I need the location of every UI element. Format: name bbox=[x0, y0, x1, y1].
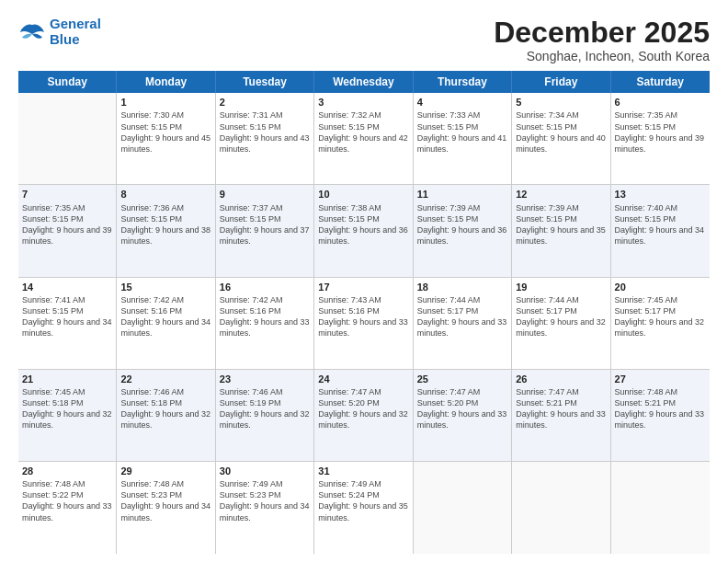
calendar: Sunday Monday Tuesday Wednesday Thursday… bbox=[18, 71, 710, 554]
day-cell-20: 20Sunrise: 7:45 AM Sunset: 5:17 PM Dayli… bbox=[611, 278, 710, 369]
day-info: Sunrise: 7:35 AM Sunset: 5:15 PM Dayligh… bbox=[615, 109, 706, 155]
day-cell-15: 15Sunrise: 7:42 AM Sunset: 5:16 PM Dayli… bbox=[117, 278, 215, 369]
day-number: 18 bbox=[417, 281, 507, 293]
day-info: Sunrise: 7:39 AM Sunset: 5:15 PM Dayligh… bbox=[417, 202, 507, 247]
day-info: Sunrise: 7:47 AM Sunset: 5:20 PM Dayligh… bbox=[417, 386, 507, 431]
day-cell-30: 30Sunrise: 7:49 AM Sunset: 5:23 PM Dayli… bbox=[216, 462, 314, 554]
day-cell-2: 2Sunrise: 7:31 AM Sunset: 5:15 PM Daylig… bbox=[216, 93, 314, 184]
day-cell-21: 21Sunrise: 7:45 AM Sunset: 5:18 PM Dayli… bbox=[18, 370, 117, 461]
day-cell-14: 14Sunrise: 7:41 AM Sunset: 5:15 PM Dayli… bbox=[18, 278, 117, 369]
day-number: 7 bbox=[22, 188, 112, 201]
day-number: 23 bbox=[220, 373, 310, 385]
day-cell-31: 31Sunrise: 7:49 AM Sunset: 5:24 PM Dayli… bbox=[314, 462, 413, 554]
day-cell-12: 12Sunrise: 7:39 AM Sunset: 5:15 PM Dayli… bbox=[512, 185, 610, 276]
page: General Blue December 2025 Songhae, Inch… bbox=[0, 0, 728, 563]
day-number: 22 bbox=[120, 373, 210, 385]
day-cell-32 bbox=[414, 462, 512, 554]
day-cell-16: 16Sunrise: 7:42 AM Sunset: 5:16 PM Dayli… bbox=[216, 278, 314, 369]
day-info: Sunrise: 7:30 AM Sunset: 5:15 PM Dayligh… bbox=[120, 109, 210, 155]
day-cell-27: 27Sunrise: 7:48 AM Sunset: 5:21 PM Dayli… bbox=[611, 370, 710, 461]
day-number: 13 bbox=[615, 188, 706, 201]
day-number: 19 bbox=[516, 281, 606, 293]
day-cell-18: 18Sunrise: 7:44 AM Sunset: 5:17 PM Dayli… bbox=[414, 278, 512, 369]
week-row-5: 28Sunrise: 7:48 AM Sunset: 5:22 PM Dayli… bbox=[18, 462, 710, 554]
day-number: 2 bbox=[220, 96, 310, 109]
day-number: 3 bbox=[318, 96, 408, 109]
day-number: 10 bbox=[318, 188, 408, 201]
day-info: Sunrise: 7:49 AM Sunset: 5:24 PM Dayligh… bbox=[318, 478, 408, 523]
header-wednesday: Wednesday bbox=[314, 71, 413, 93]
day-cell-7: 7Sunrise: 7:35 AM Sunset: 5:15 PM Daylig… bbox=[18, 185, 117, 276]
day-cell-19: 19Sunrise: 7:44 AM Sunset: 5:17 PM Dayli… bbox=[512, 278, 610, 369]
day-info: Sunrise: 7:47 AM Sunset: 5:21 PM Dayligh… bbox=[516, 386, 606, 431]
day-number: 14 bbox=[22, 281, 112, 293]
calendar-body: 1Sunrise: 7:30 AM Sunset: 5:15 PM Daylig… bbox=[18, 93, 710, 554]
day-number: 16 bbox=[220, 281, 310, 293]
header-friday: Friday bbox=[512, 71, 610, 93]
day-cell-13: 13Sunrise: 7:40 AM Sunset: 5:15 PM Dayli… bbox=[611, 185, 710, 276]
logo: General Blue bbox=[18, 17, 101, 47]
day-cell-3: 3Sunrise: 7:32 AM Sunset: 5:15 PM Daylig… bbox=[314, 93, 413, 184]
logo-text: General Blue bbox=[50, 17, 101, 47]
day-number: 6 bbox=[615, 96, 706, 109]
day-cell-8: 8Sunrise: 7:36 AM Sunset: 5:15 PM Daylig… bbox=[117, 185, 215, 276]
header: General Blue December 2025 Songhae, Inch… bbox=[18, 17, 710, 63]
day-number: 1 bbox=[120, 96, 210, 109]
day-number: 27 bbox=[615, 373, 706, 385]
day-number: 11 bbox=[417, 188, 507, 201]
day-number: 30 bbox=[220, 465, 310, 477]
week-row-2: 7Sunrise: 7:35 AM Sunset: 5:15 PM Daylig… bbox=[18, 185, 710, 277]
day-cell-4: 4Sunrise: 7:33 AM Sunset: 5:15 PM Daylig… bbox=[414, 93, 512, 184]
day-cell-25: 25Sunrise: 7:47 AM Sunset: 5:20 PM Dayli… bbox=[414, 370, 512, 461]
day-info: Sunrise: 7:37 AM Sunset: 5:15 PM Dayligh… bbox=[220, 202, 310, 247]
day-info: Sunrise: 7:40 AM Sunset: 5:15 PM Dayligh… bbox=[615, 202, 706, 247]
day-number: 8 bbox=[120, 188, 210, 201]
day-info: Sunrise: 7:34 AM Sunset: 5:15 PM Dayligh… bbox=[516, 109, 606, 155]
day-cell-34 bbox=[611, 462, 710, 554]
day-info: Sunrise: 7:46 AM Sunset: 5:19 PM Dayligh… bbox=[220, 386, 310, 431]
day-number: 24 bbox=[318, 373, 408, 385]
day-number: 4 bbox=[417, 96, 507, 109]
day-number: 12 bbox=[516, 188, 606, 201]
logo-line1: General bbox=[50, 16, 101, 31]
day-cell-23: 23Sunrise: 7:46 AM Sunset: 5:19 PM Dayli… bbox=[216, 370, 314, 461]
day-cell-28: 28Sunrise: 7:48 AM Sunset: 5:22 PM Dayli… bbox=[18, 462, 117, 554]
day-info: Sunrise: 7:36 AM Sunset: 5:15 PM Dayligh… bbox=[120, 202, 210, 247]
day-number: 26 bbox=[516, 373, 606, 385]
header-monday: Monday bbox=[117, 71, 215, 93]
month-title: December 2025 bbox=[494, 17, 710, 49]
header-tuesday: Tuesday bbox=[216, 71, 314, 93]
day-cell-29: 29Sunrise: 7:48 AM Sunset: 5:23 PM Dayli… bbox=[117, 462, 215, 554]
day-info: Sunrise: 7:48 AM Sunset: 5:23 PM Dayligh… bbox=[120, 478, 210, 523]
day-cell-0 bbox=[18, 93, 117, 184]
day-info: Sunrise: 7:44 AM Sunset: 5:17 PM Dayligh… bbox=[516, 294, 606, 339]
day-info: Sunrise: 7:45 AM Sunset: 5:18 PM Dayligh… bbox=[22, 386, 112, 431]
day-cell-33 bbox=[512, 462, 610, 554]
day-number: 15 bbox=[120, 281, 210, 293]
day-cell-24: 24Sunrise: 7:47 AM Sunset: 5:20 PM Dayli… bbox=[314, 370, 413, 461]
day-info: Sunrise: 7:42 AM Sunset: 5:16 PM Dayligh… bbox=[120, 294, 210, 339]
title-block: December 2025 Songhae, Incheon, South Ko… bbox=[494, 17, 710, 63]
day-info: Sunrise: 7:45 AM Sunset: 5:17 PM Dayligh… bbox=[615, 294, 706, 339]
day-number: 29 bbox=[120, 465, 210, 477]
day-cell-22: 22Sunrise: 7:46 AM Sunset: 5:18 PM Dayli… bbox=[117, 370, 215, 461]
calendar-header: Sunday Monday Tuesday Wednesday Thursday… bbox=[18, 71, 710, 93]
day-number: 17 bbox=[318, 281, 408, 293]
header-thursday: Thursday bbox=[414, 71, 512, 93]
day-cell-17: 17Sunrise: 7:43 AM Sunset: 5:16 PM Dayli… bbox=[314, 278, 413, 369]
day-info: Sunrise: 7:41 AM Sunset: 5:15 PM Dayligh… bbox=[22, 294, 112, 339]
day-cell-10: 10Sunrise: 7:38 AM Sunset: 5:15 PM Dayli… bbox=[314, 185, 413, 276]
day-info: Sunrise: 7:49 AM Sunset: 5:23 PM Dayligh… bbox=[220, 478, 310, 523]
day-info: Sunrise: 7:32 AM Sunset: 5:15 PM Dayligh… bbox=[318, 109, 408, 155]
header-saturday: Saturday bbox=[611, 71, 710, 93]
day-cell-5: 5Sunrise: 7:34 AM Sunset: 5:15 PM Daylig… bbox=[512, 93, 610, 184]
week-row-3: 14Sunrise: 7:41 AM Sunset: 5:15 PM Dayli… bbox=[18, 278, 710, 370]
day-info: Sunrise: 7:46 AM Sunset: 5:18 PM Dayligh… bbox=[120, 386, 210, 431]
logo-line2: Blue bbox=[50, 31, 80, 47]
day-number: 28 bbox=[22, 465, 112, 477]
week-row-4: 21Sunrise: 7:45 AM Sunset: 5:18 PM Dayli… bbox=[18, 370, 710, 462]
day-cell-9: 9Sunrise: 7:37 AM Sunset: 5:15 PM Daylig… bbox=[216, 185, 314, 276]
day-cell-11: 11Sunrise: 7:39 AM Sunset: 5:15 PM Dayli… bbox=[414, 185, 512, 276]
day-number: 20 bbox=[615, 281, 706, 293]
day-cell-6: 6Sunrise: 7:35 AM Sunset: 5:15 PM Daylig… bbox=[611, 93, 710, 184]
